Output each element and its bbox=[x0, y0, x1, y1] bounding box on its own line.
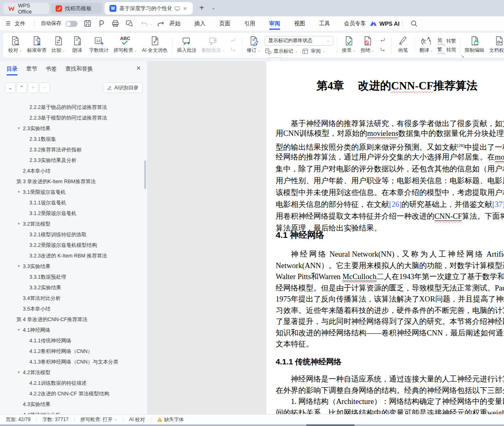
toc-item[interactable]: 3.2.2受限玻尔兹曼机模型结构 bbox=[0, 240, 147, 251]
toc-item[interactable]: 3.3.2实验结果 bbox=[0, 282, 147, 293]
ribbon-button-拒绝[interactable]: 拒绝⌄ bbox=[358, 33, 377, 57]
toc-item[interactable]: 2.2.2基于物品的协同过滤推荐算法 bbox=[0, 102, 147, 113]
toc-item[interactable]: 3.4算法对比分析 bbox=[0, 293, 147, 304]
ribbon-button-画笔[interactable]: 画笔 bbox=[394, 33, 413, 57]
save-icon[interactable] bbox=[83, 19, 92, 28]
tab-wps-home[interactable]: WPS Office bbox=[3, 3, 49, 14]
sidebar-tab[interactable]: 书签 bbox=[46, 65, 57, 73]
ribbon-button-比较[interactable]: 比较⌄ bbox=[49, 33, 68, 57]
toc-zoom-out-button[interactable]: − bbox=[39, 82, 50, 93]
ai-recognize-toc-button[interactable]: AI识别目录 bbox=[103, 82, 143, 93]
sidebar-scrollbar-thumb[interactable] bbox=[144, 160, 146, 189]
ribbon-button-简转繁[interactable]: 简转繁 bbox=[437, 37, 456, 44]
close-tab-icon[interactable]: ✕ bbox=[183, 6, 187, 11]
wps-ai-menu[interactable]: WPS AI bbox=[370, 16, 399, 31]
prev-comment-button[interactable] bbox=[229, 37, 238, 44]
toc-item[interactable]: 4.2.1训练数据的特征描述 bbox=[0, 378, 147, 388]
ribbon-expand-icon[interactable]: ↘ bbox=[461, 54, 464, 58]
collapse-arrow-icon[interactable]: ▼ bbox=[17, 261, 20, 272]
toc-item[interactable]: 3.5本章小结 bbox=[0, 304, 147, 314]
menu-tab[interactable]: 审阅 bbox=[262, 16, 287, 31]
menu-tab[interactable]: 引用 bbox=[237, 16, 262, 31]
ribbon-button-接受[interactable]: 接受⌄ bbox=[339, 33, 358, 57]
ribbon-button-标准审查[interactable]: 标准审查 bbox=[25, 33, 49, 57]
sidebar-close-icon[interactable]: ✕ bbox=[136, 65, 141, 71]
missing-font-warning[interactable]: 缺失字体 bbox=[151, 416, 190, 423]
ribbon-button-文档权限[interactable]: 文档权限 bbox=[487, 33, 504, 57]
toc-item[interactable]: 2.2.3基于模型的协同过滤推荐算法 bbox=[0, 113, 147, 123]
sidebar-tab[interactable]: 查找和替换 bbox=[65, 65, 93, 73]
collapse-arrow-icon[interactable]: ▼ bbox=[17, 367, 20, 378]
menu-tab[interactable]: 页面 bbox=[212, 16, 237, 31]
ribbon-button-修订[interactable]: 修订⌄ bbox=[244, 33, 263, 57]
toc-item[interactable]: 2.3.3实验结果及分析 bbox=[0, 155, 147, 166]
ribbon-button-审阅[interactable]: 审阅⌄ bbox=[302, 48, 326, 55]
sidebar-tab[interactable]: 章节 bbox=[26, 65, 37, 73]
toc-item[interactable]: 3.2.3改进的 K-Item RBM 推荐算法 bbox=[0, 251, 147, 261]
page-indicator[interactable]: 页面: 42/79 bbox=[0, 416, 36, 423]
toc-item[interactable]: 4.3实验结果 bbox=[0, 399, 147, 410]
toc-item[interactable]: 第 3 章改进的K-Item RBM推荐算法 bbox=[0, 176, 147, 187]
autosave-toggle[interactable] bbox=[65, 21, 78, 27]
ribbon-button-插入批注[interactable]: 插入批注 bbox=[174, 33, 199, 57]
ribbon-button-AI 全文润色[interactable]: AI 全文润色 bbox=[140, 33, 170, 57]
next-comment-button[interactable] bbox=[229, 47, 238, 54]
toc-item[interactable]: 2.3.2推荐算法评价指标 bbox=[0, 144, 147, 155]
file-menu[interactable]: 文件 bbox=[15, 16, 25, 31]
prev-change-button[interactable] bbox=[379, 37, 388, 44]
toc-item[interactable]: ▼3.2算法模型 bbox=[0, 219, 147, 229]
ribbon-button-拼写检查[interactable]: ABC拼写检查⌄ bbox=[111, 33, 140, 57]
export-pdf-icon[interactable] bbox=[97, 19, 106, 28]
spell-check-status[interactable]: 拼写检查: 打开 ⌄ bbox=[75, 416, 123, 423]
new-tab-button[interactable]: + bbox=[199, 3, 204, 13]
collapse-arrow-icon[interactable]: ▼ bbox=[17, 187, 20, 197]
toc-item[interactable]: 3.1.1玻尔兹曼机 bbox=[0, 197, 147, 208]
toc-item[interactable]: 4.1.2卷积神经网络（CNN） bbox=[0, 346, 147, 357]
ribbon-button-翻译[interactable]: 文A翻译⌄ bbox=[417, 33, 436, 57]
collapse-arrow-icon[interactable]: ▼ bbox=[17, 123, 20, 134]
toc-item[interactable]: 4.1.3卷积神经网络（CNN）与文本分类 bbox=[0, 357, 147, 367]
toc-item[interactable]: 3.2.1模型训练特征的选取 bbox=[0, 229, 147, 240]
markup-state-select[interactable]: 显示标记的最终状态⌄ bbox=[265, 36, 333, 46]
print-preview-icon[interactable] bbox=[125, 19, 134, 28]
menu-tab[interactable]: 视图 bbox=[287, 16, 312, 31]
ribbon-button-限制编辑[interactable]: 限制编辑 bbox=[462, 33, 487, 57]
toc-expand-button[interactable]: ⌃ bbox=[16, 82, 27, 93]
toc-item[interactable]: 4.2.2改进的 CNN-CF 算法模型结构 bbox=[0, 388, 147, 399]
tab-list-caret-icon[interactable]: ⌄ bbox=[212, 5, 215, 11]
tab-active-document[interactable]: W 基于深度学习的个性化推荐算 ✕ bbox=[105, 2, 193, 15]
print-icon[interactable] bbox=[111, 19, 120, 28]
ribbon-button-校对[interactable]: 校对⌄ bbox=[6, 33, 25, 57]
share-screen-icon[interactable] bbox=[174, 6, 180, 11]
word-count-indicator[interactable]: 字数: 37717 bbox=[37, 416, 74, 423]
toc-item[interactable]: 3.3.1数据预处理 bbox=[0, 272, 147, 282]
toc-item[interactable]: ▼4.1神经网络 bbox=[0, 325, 147, 335]
search-icon[interactable] bbox=[410, 19, 418, 28]
toc-item[interactable]: 4.4算法对比分析 bbox=[0, 410, 147, 414]
toc-item[interactable]: 第 4 章改进的CNN-CF推荐算法 bbox=[0, 314, 147, 325]
horizontal-scrollbar-thumb[interactable] bbox=[306, 424, 355, 426]
toc-collapse-button[interactable]: ⌄ bbox=[5, 82, 16, 93]
toc-item[interactable]: 4.1.1传统神经网络 bbox=[0, 335, 147, 346]
toc-item[interactable]: 2.4本章小结 bbox=[0, 166, 147, 176]
next-change-button[interactable] bbox=[379, 47, 388, 54]
toc-item[interactable]: 2.3.1数据集 bbox=[0, 134, 147, 144]
toc-zoom-in-button[interactable]: + bbox=[28, 82, 38, 93]
ribbon-button-显示标记[interactable]: 显示标记⌄ bbox=[265, 48, 298, 55]
collapse-arrow-icon[interactable]: ▼ bbox=[17, 219, 20, 229]
ai-proofread-button[interactable]: AI 校对 bbox=[123, 416, 151, 423]
sidebar-tab[interactable]: 目录 bbox=[7, 65, 18, 73]
ribbon-button-字数统计[interactable]: 12字数统计 bbox=[87, 33, 111, 57]
toc-item[interactable]: 3.1.2受限玻尔兹曼机 bbox=[0, 208, 147, 219]
ribbon-button-繁转简[interactable]: 繁转简 bbox=[437, 46, 456, 53]
ribbon-button-朗读[interactable]: 朗读 bbox=[68, 33, 87, 57]
toc-item[interactable]: ▼3.3实验结果 bbox=[0, 261, 147, 272]
horizontal-scrollbar[interactable] bbox=[0, 424, 504, 426]
menu-tab[interactable]: 工具 bbox=[312, 16, 337, 31]
menu-tab[interactable]: 会员专享 bbox=[337, 16, 373, 31]
hamburger-menu-icon[interactable]: ☰ bbox=[6, 16, 11, 31]
ribbon-button-删除批注[interactable]: 删除批注⌄ bbox=[199, 33, 227, 57]
collapse-arrow-icon[interactable]: ▼ bbox=[17, 325, 20, 335]
tab-docer-templates[interactable]: 找稻壳模板 bbox=[51, 3, 102, 14]
toc-item[interactable]: ▼4.2算法模型 bbox=[0, 367, 147, 378]
